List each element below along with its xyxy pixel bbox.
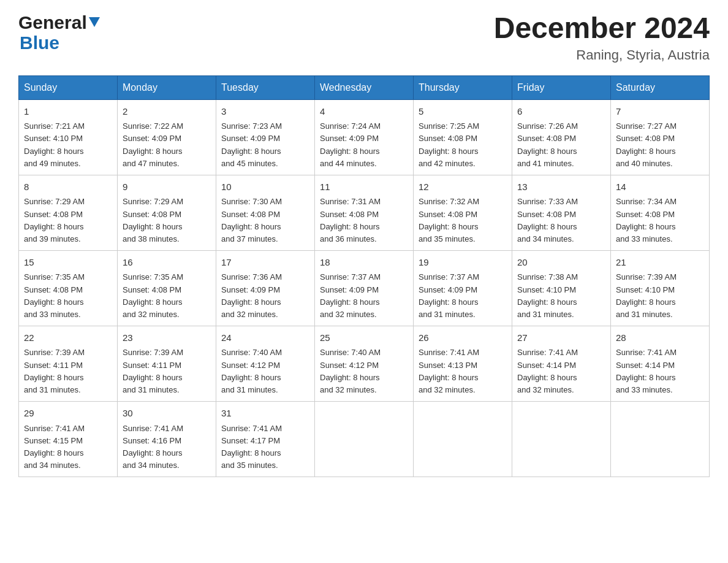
logo: General Blue [18,12,98,53]
calendar-cell: 23 Sunrise: 7:39 AM Sunset: 4:11 PM Dayl… [118,326,216,401]
day-number: 22 [24,331,112,345]
calendar-cell: 4 Sunrise: 7:24 AM Sunset: 4:09 PM Dayli… [315,99,414,175]
day-info: Sunrise: 7:30 AM Sunset: 4:08 PM Dayligh… [221,197,282,243]
header-sunday: Sunday [19,75,118,99]
day-info: Sunrise: 7:41 AM Sunset: 4:16 PM Dayligh… [123,424,183,470]
page-header: General Blue December 2024 Raning, Styri… [18,12,710,63]
day-number: 31 [221,407,309,421]
day-number: 7 [616,105,704,119]
day-info: Sunrise: 7:38 AM Sunset: 4:10 PM Dayligh… [517,272,578,318]
calendar-cell [414,402,512,477]
day-number: 14 [616,180,704,194]
calendar-cell: 19 Sunrise: 7:37 AM Sunset: 4:09 PM Dayl… [414,250,512,326]
header-thursday: Thursday [414,75,512,99]
day-info: Sunrise: 7:27 AM Sunset: 4:08 PM Dayligh… [616,121,677,167]
calendar-cell: 9 Sunrise: 7:29 AM Sunset: 4:08 PM Dayli… [118,175,216,250]
calendar-cell [315,402,414,477]
header-wednesday: Wednesday [315,75,414,99]
calendar-cell: 2 Sunrise: 7:22 AM Sunset: 4:09 PM Dayli… [118,99,216,175]
calendar-cell: 21 Sunrise: 7:39 AM Sunset: 4:10 PM Dayl… [611,250,710,326]
calendar-cell: 22 Sunrise: 7:39 AM Sunset: 4:11 PM Dayl… [19,326,118,401]
calendar-cell: 16 Sunrise: 7:35 AM Sunset: 4:08 PM Dayl… [118,250,216,326]
day-info: Sunrise: 7:39 AM Sunset: 4:11 PM Dayligh… [24,348,85,394]
calendar-cell: 26 Sunrise: 7:41 AM Sunset: 4:13 PM Dayl… [414,326,512,401]
calendar-cell: 15 Sunrise: 7:35 AM Sunset: 4:08 PM Dayl… [19,250,118,326]
week-row-3: 15 Sunrise: 7:35 AM Sunset: 4:08 PM Dayl… [19,250,710,326]
day-info: Sunrise: 7:26 AM Sunset: 4:08 PM Dayligh… [517,121,578,167]
day-number: 16 [123,256,211,270]
calendar-cell: 24 Sunrise: 7:40 AM Sunset: 4:12 PM Dayl… [216,326,315,401]
logo-general: General [18,12,87,33]
calendar-cell: 14 Sunrise: 7:34 AM Sunset: 4:08 PM Dayl… [611,175,710,250]
day-info: Sunrise: 7:32 AM Sunset: 4:08 PM Dayligh… [419,197,479,243]
day-info: Sunrise: 7:41 AM Sunset: 4:13 PM Dayligh… [419,348,479,394]
day-info: Sunrise: 7:21 AM Sunset: 4:10 PM Dayligh… [24,121,85,167]
day-number: 24 [221,331,309,345]
calendar-subtitle: Raning, Styria, Austria [494,47,710,63]
week-row-1: 1 Sunrise: 7:21 AM Sunset: 4:10 PM Dayli… [19,99,710,175]
calendar-cell: 5 Sunrise: 7:25 AM Sunset: 4:08 PM Dayli… [414,99,512,175]
calendar-cell: 6 Sunrise: 7:26 AM Sunset: 4:08 PM Dayli… [512,99,611,175]
calendar-cell: 31 Sunrise: 7:41 AM Sunset: 4:17 PM Dayl… [216,402,315,477]
day-number: 19 [419,256,507,270]
calendar-table: Sunday Monday Tuesday Wednesday Thursday… [18,75,710,477]
calendar-cell: 28 Sunrise: 7:41 AM Sunset: 4:14 PM Dayl… [611,326,710,401]
day-info: Sunrise: 7:29 AM Sunset: 4:08 PM Dayligh… [123,197,183,243]
day-info: Sunrise: 7:24 AM Sunset: 4:09 PM Dayligh… [320,121,381,167]
day-number: 26 [419,331,507,345]
calendar-cell: 8 Sunrise: 7:29 AM Sunset: 4:08 PM Dayli… [19,175,118,250]
day-number: 4 [320,105,408,119]
calendar-cell: 20 Sunrise: 7:38 AM Sunset: 4:10 PM Dayl… [512,250,611,326]
day-number: 17 [221,256,309,270]
calendar-cell: 7 Sunrise: 7:27 AM Sunset: 4:08 PM Dayli… [611,99,710,175]
day-info: Sunrise: 7:41 AM Sunset: 4:15 PM Dayligh… [24,424,85,470]
day-number: 2 [123,105,211,119]
day-number: 15 [24,256,112,270]
week-row-2: 8 Sunrise: 7:29 AM Sunset: 4:08 PM Dayli… [19,175,710,250]
day-number: 11 [320,180,408,194]
header-monday: Monday [118,75,216,99]
day-number: 23 [123,331,211,345]
day-info: Sunrise: 7:37 AM Sunset: 4:09 PM Dayligh… [419,272,479,318]
svg-marker-0 [89,17,100,27]
day-number: 6 [517,105,605,119]
day-info: Sunrise: 7:41 AM Sunset: 4:14 PM Dayligh… [517,348,578,394]
day-info: Sunrise: 7:39 AM Sunset: 4:10 PM Dayligh… [616,272,677,318]
day-number: 1 [24,105,112,119]
week-row-4: 22 Sunrise: 7:39 AM Sunset: 4:11 PM Dayl… [19,326,710,401]
day-info: Sunrise: 7:35 AM Sunset: 4:08 PM Dayligh… [24,272,85,318]
day-info: Sunrise: 7:39 AM Sunset: 4:11 PM Dayligh… [123,348,183,394]
week-row-5: 29 Sunrise: 7:41 AM Sunset: 4:15 PM Dayl… [19,402,710,477]
day-info: Sunrise: 7:41 AM Sunset: 4:17 PM Dayligh… [221,424,282,470]
day-number: 30 [123,407,211,421]
day-info: Sunrise: 7:35 AM Sunset: 4:08 PM Dayligh… [123,272,183,318]
calendar-cell: 1 Sunrise: 7:21 AM Sunset: 4:10 PM Dayli… [19,99,118,175]
day-info: Sunrise: 7:23 AM Sunset: 4:09 PM Dayligh… [221,121,282,167]
day-info: Sunrise: 7:37 AM Sunset: 4:09 PM Dayligh… [320,272,381,318]
calendar-cell: 17 Sunrise: 7:36 AM Sunset: 4:09 PM Dayl… [216,250,315,326]
day-number: 8 [24,180,112,194]
day-number: 21 [616,256,704,270]
day-number: 20 [517,256,605,270]
calendar-cell: 30 Sunrise: 7:41 AM Sunset: 4:16 PM Dayl… [118,402,216,477]
header-friday: Friday [512,75,611,99]
day-number: 29 [24,407,112,421]
calendar-cell [512,402,611,477]
calendar-cell: 29 Sunrise: 7:41 AM Sunset: 4:15 PM Dayl… [19,402,118,477]
calendar-header-row: Sunday Monday Tuesday Wednesday Thursday… [19,75,710,99]
day-info: Sunrise: 7:22 AM Sunset: 4:09 PM Dayligh… [123,121,183,167]
header-saturday: Saturday [611,75,710,99]
day-number: 28 [616,331,704,345]
calendar-cell: 27 Sunrise: 7:41 AM Sunset: 4:14 PM Dayl… [512,326,611,401]
logo-triangle-icon [89,17,100,31]
title-block: December 2024 Raning, Styria, Austria [494,12,710,63]
calendar-cell: 10 Sunrise: 7:30 AM Sunset: 4:08 PM Dayl… [216,175,315,250]
day-info: Sunrise: 7:34 AM Sunset: 4:08 PM Dayligh… [616,197,677,243]
day-info: Sunrise: 7:41 AM Sunset: 4:14 PM Dayligh… [616,348,677,394]
day-number: 10 [221,180,309,194]
day-number: 9 [123,180,211,194]
logo-blue: Blue [20,33,59,53]
day-number: 3 [221,105,309,119]
day-info: Sunrise: 7:25 AM Sunset: 4:08 PM Dayligh… [419,121,479,167]
day-number: 27 [517,331,605,345]
